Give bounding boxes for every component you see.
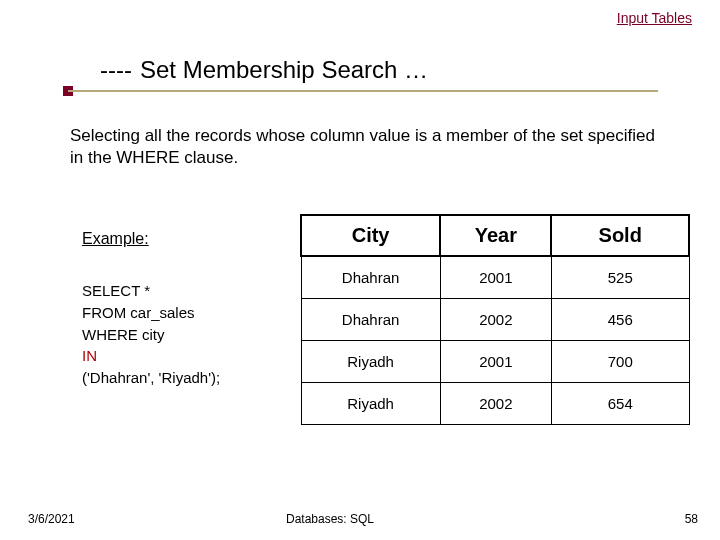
- col-header-city: City: [301, 215, 440, 256]
- sql-line: FROM car_sales: [82, 302, 220, 324]
- cell: Dhahran: [301, 299, 440, 341]
- sql-code: SELECT * FROM car_sales WHERE city IN ('…: [82, 280, 220, 389]
- cell: Riyadh: [301, 383, 440, 425]
- col-header-sold: Sold: [551, 215, 689, 256]
- table-row: Dhahran 2001 525: [301, 256, 689, 299]
- cell: 2002: [440, 299, 551, 341]
- sql-line: ('Dhahran', 'Riyadh');: [82, 367, 220, 389]
- sql-line: SELECT *: [82, 280, 220, 302]
- cell: 654: [551, 383, 689, 425]
- cell: 2001: [440, 341, 551, 383]
- slide-title: ---- Set Membership Search …: [100, 56, 680, 84]
- cell: 456: [551, 299, 689, 341]
- cell: 700: [551, 341, 689, 383]
- table-row: Riyadh 2002 654: [301, 383, 689, 425]
- table-row: Riyadh 2001 700: [301, 341, 689, 383]
- cell: 525: [551, 256, 689, 299]
- result-table: City Year Sold Dhahran 2001 525 Dhahran …: [300, 214, 690, 425]
- sql-keyword-in: IN: [82, 345, 220, 367]
- title-dashes: ----: [100, 56, 132, 84]
- footer-date: 3/6/2021: [28, 512, 75, 526]
- input-tables-link[interactable]: Input Tables: [617, 10, 692, 26]
- table-row: Dhahran 2002 456: [301, 299, 689, 341]
- cell: 2001: [440, 256, 551, 299]
- footer-title: Databases: SQL: [0, 512, 720, 526]
- intro-text: Selecting all the records whose column v…: [70, 125, 672, 169]
- col-header-year: Year: [440, 215, 551, 256]
- example-label: Example:: [82, 230, 149, 248]
- cell: Dhahran: [301, 256, 440, 299]
- title-text: Set Membership Search …: [140, 56, 428, 84]
- sql-line: WHERE city: [82, 324, 220, 346]
- cell: Riyadh: [301, 341, 440, 383]
- table-header-row: City Year Sold: [301, 215, 689, 256]
- footer-page-number: 58: [685, 512, 698, 526]
- title-underline: [68, 90, 658, 92]
- cell: 2002: [440, 383, 551, 425]
